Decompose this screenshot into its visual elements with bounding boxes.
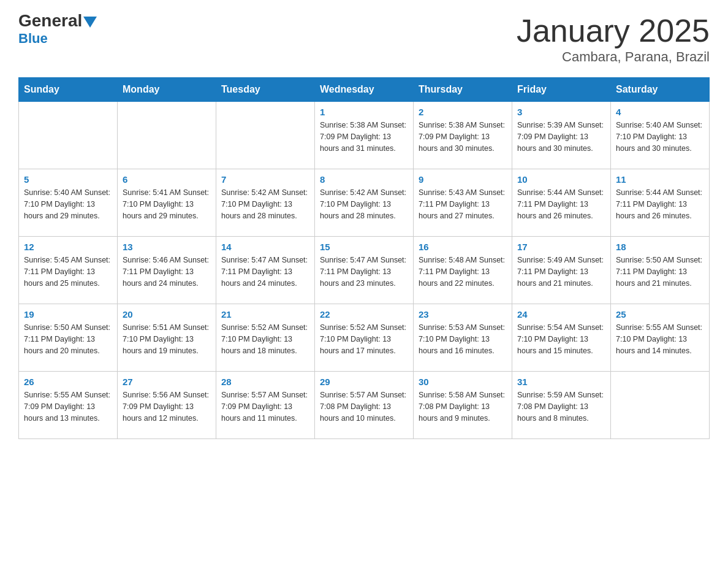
day-number: 31 — [517, 377, 605, 387]
day-info: Sunrise: 5:57 AM Sunset: 7:09 PM Dayligh… — [221, 389, 309, 424]
day-number: 3 — [517, 107, 605, 117]
day-info: Sunrise: 5:44 AM Sunset: 7:11 PM Dayligh… — [616, 187, 704, 221]
header-wednesday: Wednesday — [315, 78, 414, 102]
day-number: 2 — [419, 107, 507, 117]
day-number: 22 — [320, 309, 408, 320]
day-info: Sunrise: 5:42 AM Sunset: 7:10 PM Dayligh… — [221, 187, 309, 221]
day-number: 9 — [419, 174, 507, 185]
table-row: 1Sunrise: 5:38 AM Sunset: 7:09 PM Daylig… — [315, 102, 414, 169]
day-number: 14 — [221, 242, 309, 252]
day-info: Sunrise: 5:38 AM Sunset: 7:09 PM Dayligh… — [419, 120, 507, 154]
table-row — [611, 372, 710, 439]
day-info: Sunrise: 5:42 AM Sunset: 7:10 PM Dayligh… — [320, 187, 408, 221]
day-number: 26 — [24, 377, 112, 387]
calendar-week-row: 5Sunrise: 5:40 AM Sunset: 7:10 PM Daylig… — [19, 169, 710, 237]
day-info: Sunrise: 5:50 AM Sunset: 7:11 PM Dayligh… — [24, 322, 112, 356]
title-block: January 2025 Cambara, Parana, Brazil — [517, 12, 710, 65]
day-info: Sunrise: 5:40 AM Sunset: 7:10 PM Dayligh… — [616, 120, 704, 154]
day-number: 20 — [123, 309, 211, 320]
day-info: Sunrise: 5:52 AM Sunset: 7:10 PM Dayligh… — [320, 322, 408, 356]
header-monday: Monday — [118, 78, 216, 102]
table-row: 21Sunrise: 5:52 AM Sunset: 7:10 PM Dayli… — [216, 304, 315, 372]
day-info: Sunrise: 5:51 AM Sunset: 7:10 PM Dayligh… — [123, 322, 211, 356]
day-number: 12 — [24, 242, 112, 252]
logo: General Blue — [18, 12, 97, 47]
day-info: Sunrise: 5:55 AM Sunset: 7:10 PM Dayligh… — [616, 322, 704, 356]
header-thursday: Thursday — [414, 78, 512, 102]
day-info: Sunrise: 5:53 AM Sunset: 7:10 PM Dayligh… — [419, 322, 507, 356]
day-number: 6 — [123, 174, 211, 185]
table-row: 7Sunrise: 5:42 AM Sunset: 7:10 PM Daylig… — [216, 169, 315, 237]
header-tuesday: Tuesday — [216, 78, 315, 102]
table-row: 18Sunrise: 5:50 AM Sunset: 7:11 PM Dayli… — [611, 237, 710, 304]
day-info: Sunrise: 5:52 AM Sunset: 7:10 PM Dayligh… — [221, 322, 309, 356]
header-sunday: Sunday — [19, 78, 118, 102]
table-row: 10Sunrise: 5:44 AM Sunset: 7:11 PM Dayli… — [512, 169, 611, 237]
day-info: Sunrise: 5:39 AM Sunset: 7:09 PM Dayligh… — [517, 120, 605, 154]
table-row: 5Sunrise: 5:40 AM Sunset: 7:10 PM Daylig… — [19, 169, 118, 237]
logo-text: General — [18, 12, 97, 31]
table-row: 22Sunrise: 5:52 AM Sunset: 7:10 PM Dayli… — [315, 304, 414, 372]
svg-marker-0 — [83, 17, 97, 28]
table-row: 15Sunrise: 5:47 AM Sunset: 7:11 PM Dayli… — [315, 237, 414, 304]
table-row — [118, 102, 216, 169]
table-row: 14Sunrise: 5:47 AM Sunset: 7:11 PM Dayli… — [216, 237, 315, 304]
logo-blue-text: Blue — [18, 31, 48, 47]
calendar-week-row: 1Sunrise: 5:38 AM Sunset: 7:09 PM Daylig… — [19, 102, 710, 169]
day-info: Sunrise: 5:49 AM Sunset: 7:11 PM Dayligh… — [517, 255, 605, 289]
table-row: 16Sunrise: 5:48 AM Sunset: 7:11 PM Dayli… — [414, 237, 512, 304]
day-info: Sunrise: 5:50 AM Sunset: 7:11 PM Dayligh… — [616, 255, 704, 289]
calendar-subtitle: Cambara, Parana, Brazil — [517, 49, 710, 65]
table-row: 30Sunrise: 5:58 AM Sunset: 7:08 PM Dayli… — [414, 372, 512, 439]
table-row: 19Sunrise: 5:50 AM Sunset: 7:11 PM Dayli… — [19, 304, 118, 372]
day-info: Sunrise: 5:38 AM Sunset: 7:09 PM Dayligh… — [320, 120, 408, 154]
day-info: Sunrise: 5:45 AM Sunset: 7:11 PM Dayligh… — [24, 255, 112, 289]
table-row: 25Sunrise: 5:55 AM Sunset: 7:10 PM Dayli… — [611, 304, 710, 372]
table-row: 13Sunrise: 5:46 AM Sunset: 7:11 PM Dayli… — [118, 237, 216, 304]
table-row: 23Sunrise: 5:53 AM Sunset: 7:10 PM Dayli… — [414, 304, 512, 372]
table-row: 28Sunrise: 5:57 AM Sunset: 7:09 PM Dayli… — [216, 372, 315, 439]
day-number: 29 — [320, 377, 408, 387]
day-number: 27 — [123, 377, 211, 387]
day-info: Sunrise: 5:58 AM Sunset: 7:08 PM Dayligh… — [419, 389, 507, 424]
logo-triangle-icon — [83, 17, 97, 28]
table-row: 3Sunrise: 5:39 AM Sunset: 7:09 PM Daylig… — [512, 102, 611, 169]
day-info: Sunrise: 5:46 AM Sunset: 7:11 PM Dayligh… — [123, 255, 211, 289]
header-friday: Friday — [512, 78, 611, 102]
day-number: 7 — [221, 174, 309, 185]
day-number: 19 — [24, 309, 112, 320]
calendar-week-row: 19Sunrise: 5:50 AM Sunset: 7:11 PM Dayli… — [19, 304, 710, 372]
day-number: 11 — [616, 174, 704, 185]
day-number: 4 — [616, 107, 704, 117]
table-row: 6Sunrise: 5:41 AM Sunset: 7:10 PM Daylig… — [118, 169, 216, 237]
table-row: 9Sunrise: 5:43 AM Sunset: 7:11 PM Daylig… — [414, 169, 512, 237]
header-saturday: Saturday — [611, 78, 710, 102]
table-row: 24Sunrise: 5:54 AM Sunset: 7:10 PM Dayli… — [512, 304, 611, 372]
table-row: 12Sunrise: 5:45 AM Sunset: 7:11 PM Dayli… — [19, 237, 118, 304]
table-row — [216, 102, 315, 169]
table-row — [19, 102, 118, 169]
table-row: 27Sunrise: 5:56 AM Sunset: 7:09 PM Dayli… — [118, 372, 216, 439]
day-number: 25 — [616, 309, 704, 320]
day-number: 18 — [616, 242, 704, 252]
day-number: 17 — [517, 242, 605, 252]
table-row: 17Sunrise: 5:49 AM Sunset: 7:11 PM Dayli… — [512, 237, 611, 304]
page-header: General Blue January 2025 Cambara, Paran… — [18, 12, 710, 65]
day-info: Sunrise: 5:41 AM Sunset: 7:10 PM Dayligh… — [123, 187, 211, 221]
day-number: 30 — [419, 377, 507, 387]
calendar-header-row: Sunday Monday Tuesday Wednesday Thursday… — [19, 78, 710, 102]
table-row: 31Sunrise: 5:59 AM Sunset: 7:08 PM Dayli… — [512, 372, 611, 439]
day-number: 1 — [320, 107, 408, 117]
table-row: 11Sunrise: 5:44 AM Sunset: 7:11 PM Dayli… — [611, 169, 710, 237]
calendar-table: Sunday Monday Tuesday Wednesday Thursday… — [18, 77, 710, 439]
day-number: 13 — [123, 242, 211, 252]
day-number: 15 — [320, 242, 408, 252]
calendar-title: January 2025 — [517, 12, 710, 49]
day-info: Sunrise: 5:48 AM Sunset: 7:11 PM Dayligh… — [419, 255, 507, 289]
table-row: 2Sunrise: 5:38 AM Sunset: 7:09 PM Daylig… — [414, 102, 512, 169]
day-number: 8 — [320, 174, 408, 185]
day-info: Sunrise: 5:57 AM Sunset: 7:08 PM Dayligh… — [320, 389, 408, 424]
day-info: Sunrise: 5:55 AM Sunset: 7:09 PM Dayligh… — [24, 389, 112, 424]
day-info: Sunrise: 5:59 AM Sunset: 7:08 PM Dayligh… — [517, 389, 605, 424]
day-number: 28 — [221, 377, 309, 387]
